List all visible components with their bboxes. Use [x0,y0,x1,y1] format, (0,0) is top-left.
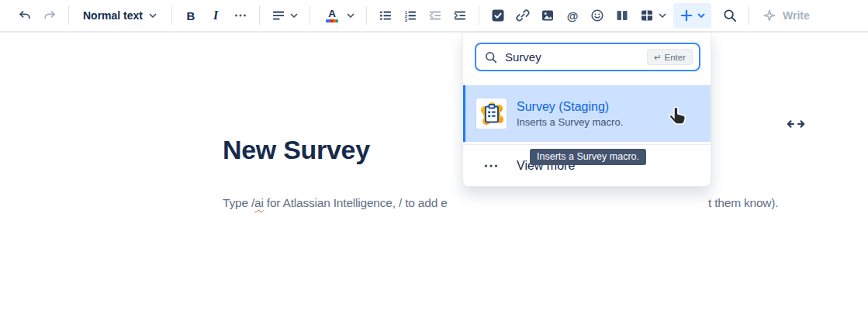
insert-menu-panel: Survey ↵ Enter [462,33,711,187]
enter-hint-label: Enter [665,53,686,62]
table-dropdown[interactable] [635,3,672,28]
confluence-editor: Normal text B I A [0,0,868,324]
editor-placeholder-left: Type /ai for Atlassian Intelligence, / t… [223,195,448,212]
text-color-dropdown[interactable]: A [316,3,360,28]
text-color-icon: A [321,9,343,22]
text-style-label: Normal text [83,9,143,22]
link-button[interactable] [510,3,535,28]
result-text: Survey (Staging) Inserts a Survey macro. [517,99,623,128]
write-label: Write [783,9,810,22]
result-title: Survey (Staging) [517,99,623,114]
search-value: Survey [505,50,541,64]
chevron-down-icon [148,11,157,20]
italic-icon: I [213,9,218,22]
insert-image-button[interactable] [535,3,560,28]
indent-icon [452,8,468,23]
italic-button[interactable]: I [203,3,228,28]
width-toggle-button[interactable] [786,118,806,130]
chevron-down-icon [346,11,355,20]
toolbar-separator [259,6,260,25]
enter-hint-badge: ↵ Enter [647,49,693,65]
page-title[interactable]: New Survey [223,134,370,165]
bullet-list-icon [378,8,393,23]
chevron-down-icon [697,11,706,20]
macro-search-input[interactable]: Survey ↵ Enter [475,43,700,71]
emoji-button[interactable] [585,3,610,28]
editor-toolbar: Normal text B I A [0,0,868,33]
insert-element-button[interactable] [673,3,711,28]
bold-icon: B [187,9,195,22]
tooltip: Inserts a Survey macro. [530,149,646,165]
toolbar-separator [749,6,749,25]
toolbar-separator [68,6,69,25]
more-icon [483,158,499,174]
toolbar-separator [310,6,310,25]
misspelled-word: ai [254,196,264,209]
mention-button[interactable]: @ [560,3,585,28]
editor-canvas[interactable]: New Survey Type /ai for Atlassian Intell… [0,33,868,324]
redo-icon [42,8,57,23]
result-description: Inserts a Survey macro. [517,116,623,128]
indent-button[interactable] [448,3,472,28]
more-icon [233,8,248,23]
find-replace-button[interactable] [718,3,742,28]
image-icon [540,8,555,23]
toolbar-separator [171,6,172,25]
outdent-icon [427,8,443,23]
task-checkbox-icon [490,8,506,23]
undo-icon [17,8,33,23]
outdent-button[interactable] [423,3,448,28]
text-style-dropdown[interactable]: Normal text [75,3,165,28]
toolbar-separator [366,6,367,25]
ai-write-button[interactable]: Write [756,3,816,28]
macro-result-survey-staging[interactable]: Survey (Staging) Inserts a Survey macro. [463,85,711,142]
expand-width-icon [786,118,806,130]
numbered-list-button[interactable]: 123 [398,3,423,28]
bold-button[interactable]: B [178,3,203,28]
toolbar-separator [479,6,479,25]
enter-key-icon: ↵ [654,52,662,63]
layouts-icon [614,8,630,23]
bullet-list-button[interactable] [373,3,398,28]
link-icon [515,8,531,23]
emoji-icon [590,8,605,23]
chevron-down-icon [658,11,667,20]
undo-button[interactable] [12,3,37,28]
redo-button[interactable] [37,3,62,28]
mention-icon: @ [567,9,579,22]
search-icon [722,8,738,23]
align-left-icon [271,8,286,23]
layouts-button[interactable] [610,3,635,28]
svg-text:3: 3 [405,18,408,22]
chevron-down-icon [289,11,299,20]
ai-sparkle-icon [762,8,777,23]
more-formatting-button[interactable] [228,3,253,28]
alignment-dropdown[interactable] [266,3,303,28]
editor-placeholder-right: t them know). [708,195,778,212]
numbered-list-icon: 123 [403,8,418,23]
plus-icon [679,8,694,23]
survey-macro-icon [475,98,507,129]
search-icon [484,50,498,64]
task-list-button[interactable] [486,3,510,28]
table-icon [639,8,655,23]
